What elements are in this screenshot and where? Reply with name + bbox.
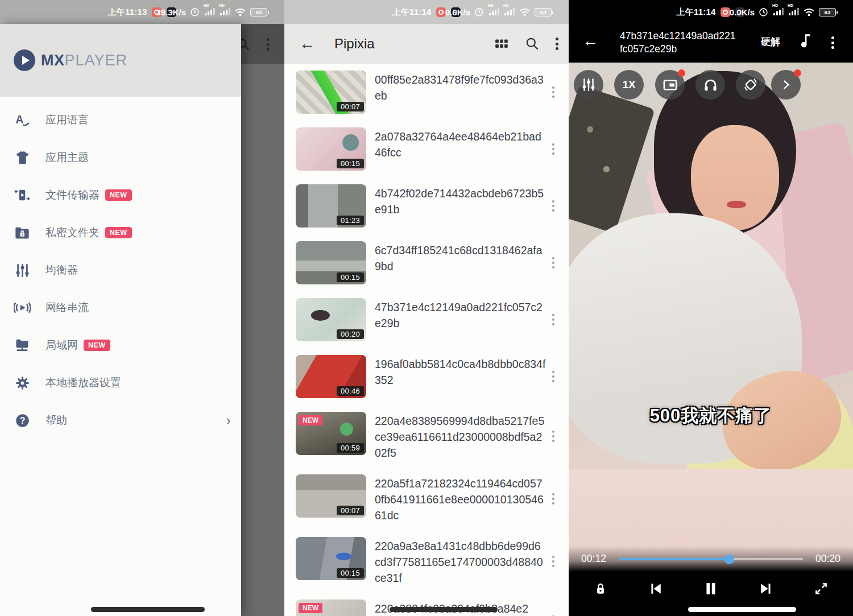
menu-item-app-language[interactable]: A 应用语言 bbox=[0, 101, 241, 139]
duration-badge: 00:15 bbox=[337, 272, 364, 282]
row-menu-icon[interactable] bbox=[546, 200, 561, 212]
rotate-screen-button[interactable] bbox=[736, 70, 765, 100]
decoder-toggle[interactable]: 硬解 bbox=[761, 35, 780, 48]
previous-button[interactable] bbox=[639, 581, 673, 597]
chevron-right-icon: › bbox=[226, 413, 231, 428]
row-menu-icon[interactable] bbox=[546, 314, 561, 326]
video-row[interactable]: 00:15 2a078a32764a4ee48464eb21bad46fcc bbox=[284, 121, 569, 177]
grid-view-icon[interactable] bbox=[494, 36, 509, 51]
row-menu-icon[interactable] bbox=[546, 431, 561, 443]
wifi-icon bbox=[803, 7, 815, 16]
duration-badge: 00:59 bbox=[337, 443, 364, 453]
video-thumbnail[interactable]: 00:46 bbox=[296, 355, 366, 398]
network-stream-icon bbox=[14, 299, 31, 316]
pip-button[interactable] bbox=[655, 70, 685, 100]
video-row[interactable]: 00:15 6c7d34ff185241c68cd1318462afa9bd bbox=[284, 234, 569, 291]
video-subtitle: 500我就不痛了 bbox=[569, 404, 853, 428]
lock-button[interactable] bbox=[583, 581, 618, 596]
background-play-button[interactable] bbox=[695, 70, 725, 100]
lan-icon bbox=[14, 337, 31, 354]
row-menu-icon[interactable] bbox=[546, 371, 561, 383]
home-indicator[interactable] bbox=[390, 607, 498, 612]
signal-icon-sim2: HD bbox=[788, 6, 799, 18]
video-thumbnail[interactable]: NEW bbox=[296, 600, 366, 616]
video-name: 4b742f02de714432acbdeb6723b5e91b bbox=[375, 184, 546, 217]
panel-video-list: 上午11:14 ♪ 0.6K/s HD HD 63 ← Pipixia bbox=[284, 0, 569, 616]
net-speed: 0.0K/s bbox=[730, 7, 755, 17]
menu-item-local-player-settings[interactable]: 本地播放器设置 bbox=[0, 364, 241, 402]
translate-icon: A bbox=[14, 111, 31, 129]
logo-mx-text: MX bbox=[41, 52, 65, 69]
overflow-menu-icon[interactable] bbox=[556, 38, 558, 50]
video-thumbnail[interactable]: 00:15 bbox=[296, 537, 366, 580]
status-time: 上午11:14 bbox=[392, 7, 432, 18]
row-menu-icon[interactable] bbox=[546, 556, 561, 568]
gear-icon bbox=[14, 374, 31, 391]
menu-item-lan[interactable]: 局域网 NEW bbox=[0, 326, 241, 364]
video-thumbnail[interactable]: 01:23 bbox=[296, 184, 366, 228]
menu-item-equalizer[interactable]: 均衡器 bbox=[0, 251, 241, 289]
status-bar: 上午11:14 ♪ 0.0K/s HD HD 63 bbox=[569, 0, 853, 24]
transport-bar bbox=[569, 572, 853, 606]
progress-knob[interactable] bbox=[724, 555, 734, 564]
menu-item-private-folder[interactable]: 私密文件夹 NEW bbox=[0, 214, 241, 251]
fullscreen-button[interactable] bbox=[804, 581, 838, 596]
battery-icon: 63 bbox=[819, 8, 836, 16]
video-thumbnail[interactable]: 00:20 bbox=[296, 298, 366, 341]
list-toolbar: ← Pipixia bbox=[284, 24, 569, 64]
video-row[interactable]: 00:46 196af0abb5814c0ca4b8dbb0c834f352 bbox=[284, 348, 569, 405]
home-indicator[interactable] bbox=[688, 607, 796, 612]
video-row[interactable]: NEW 220a3804fc03a394af0b8a84e2 bbox=[284, 593, 569, 616]
equalizer-button[interactable] bbox=[574, 70, 603, 100]
video-row[interactable]: 00:07 00ff85e2a831478f9fe7fc093d36a3eb bbox=[284, 64, 569, 121]
notification-dot bbox=[794, 69, 801, 77]
video-thumbnail[interactable]: 00:07 bbox=[296, 71, 366, 114]
more-controls-button[interactable] bbox=[771, 70, 801, 100]
signal-icon-sim1: HD bbox=[488, 6, 499, 18]
elapsed-time: 00:12 bbox=[569, 553, 619, 565]
duration-badge: 00:15 bbox=[337, 159, 364, 168]
dimmed-background[interactable] bbox=[241, 24, 284, 616]
video-surface[interactable]: 500我就不痛了 bbox=[569, 63, 853, 572]
mxplayer-logo: MXPLAYER bbox=[14, 49, 127, 71]
back-arrow-icon[interactable]: ← bbox=[299, 36, 315, 52]
file-transfer-icon bbox=[14, 187, 31, 204]
video-thumbnail[interactable]: 00:15 bbox=[296, 241, 366, 284]
video-row[interactable]: NEW 00:59 220a4e8389569994d8dba5217fe5ce… bbox=[284, 405, 569, 468]
signal-icon-sim1: HD bbox=[204, 6, 215, 18]
row-menu-icon[interactable] bbox=[546, 143, 561, 155]
next-button[interactable] bbox=[749, 581, 783, 597]
video-thumbnail[interactable]: 00:07 bbox=[296, 474, 366, 518]
equalizer-icon bbox=[14, 262, 31, 279]
home-indicator[interactable] bbox=[91, 607, 205, 612]
svg-text:A: A bbox=[15, 113, 23, 126]
duration-badge: 00:20 bbox=[337, 329, 364, 339]
wifi-icon bbox=[234, 7, 246, 16]
menu-item-network-stream[interactable]: 网络串流 bbox=[0, 289, 241, 326]
video-thumbnail[interactable]: 00:15 bbox=[296, 127, 366, 171]
video-row[interactable]: 01:23 4b742f02de714432acbdeb6723b5e91b bbox=[284, 177, 569, 234]
battery-icon: 63 bbox=[250, 8, 267, 16]
video-row[interactable]: 00:07 220a5f1a72182324c119464cd0570fb641… bbox=[284, 468, 569, 530]
menu-item-app-theme[interactable]: 应用主题 bbox=[0, 139, 241, 176]
row-menu-icon[interactable] bbox=[546, 257, 561, 269]
video-row[interactable]: 00:20 47b371e4c12149a0ad221fc057c2e29b bbox=[284, 291, 569, 348]
audio-track-icon[interactable] bbox=[800, 32, 814, 51]
video-row[interactable]: 00:15 220a9a3e8a1431c48dbb6de99d6cd3f775… bbox=[284, 530, 569, 593]
duration-badge: 00:46 bbox=[337, 386, 364, 396]
menu-item-file-transfer[interactable]: 文件传输器 NEW bbox=[0, 176, 241, 214]
back-arrow-icon[interactable]: ← bbox=[582, 33, 598, 49]
playback-speed-button[interactable]: 1X bbox=[614, 70, 644, 100]
new-badge: NEW bbox=[299, 603, 322, 613]
overflow-menu-icon[interactable] bbox=[831, 36, 834, 49]
row-menu-icon[interactable] bbox=[546, 86, 561, 98]
row-menu-icon[interactable] bbox=[546, 493, 561, 505]
menu-item-help[interactable]: ? 帮助 › bbox=[0, 402, 241, 439]
playing-title: 47b371e4c12149a0ad221fc057c2e29b bbox=[620, 30, 762, 56]
search-icon[interactable] bbox=[525, 36, 540, 51]
seek-bar[interactable] bbox=[619, 558, 803, 560]
pause-button[interactable] bbox=[694, 581, 728, 597]
video-thumbnail[interactable]: NEW 00:59 bbox=[296, 412, 366, 455]
alarm-icon bbox=[190, 7, 200, 17]
svg-text:?: ? bbox=[19, 416, 25, 425]
